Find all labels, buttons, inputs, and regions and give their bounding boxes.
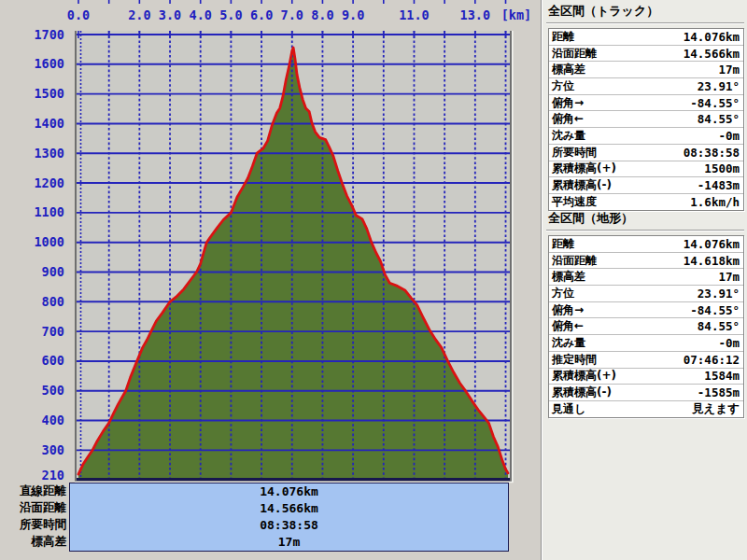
stat-value: 1584m [704,369,743,383]
svg-text:3.0: 3.0 [159,7,181,22]
stat-value: -84.55° [690,303,743,317]
stat-row: 推定時間07:46:12 [549,352,743,369]
track-section-title: 全区間（トラック） [546,2,744,21]
svg-text:7.0: 7.0 [281,7,303,22]
svg-text:9.0: 9.0 [342,7,364,22]
svg-text:1400: 1400 [34,116,64,131]
terrain-section-title: 全区間（地形） [546,209,744,229]
stat-value: 1500m [704,161,743,175]
label-elevation-diff: 標高差 [0,534,66,551]
stat-value: 07:46:12 [684,353,743,367]
stat-label: 沿面距離 [549,46,597,62]
stat-label: 沈み量 [549,128,585,144]
stat-label: 累積標高(+) [549,368,616,384]
stat-row: 方位23.91° [549,78,743,95]
stat-row: 沈み量-0m [549,128,743,145]
stat-label: 俯角→ [549,302,584,318]
svg-text:900: 900 [42,264,64,279]
summary-label-column: 直線距離 沿面距離 所要時間 標高差 [0,483,66,551]
label-straight-distance: 直線距離 [0,483,66,500]
svg-text:11.0: 11.0 [399,7,430,22]
stat-value: 17m [718,270,743,284]
svg-text:500: 500 [42,383,64,398]
svg-text:1600: 1600 [34,56,64,71]
stat-row: 標高差17m [549,62,743,78]
stat-row: 所要時間08:38:58 [549,145,743,161]
stat-row: 累積標高(-)-1483m [549,177,743,194]
stat-row: 方位23.91° [549,286,743,302]
stat-row: 累積標高(+)1500m [549,161,743,178]
svg-text:1700: 1700 [34,27,64,42]
track-stats-table: 距離14.076km沿面距離14.566km標高差17m方位23.91°俯角→-… [548,28,744,211]
stat-label: 累積標高(-) [549,385,612,400]
svg-text:1100: 1100 [34,204,64,219]
stat-value: -0m [718,129,743,143]
stat-label: 俯角→ [549,95,584,111]
stat-row: 俯角→-84.55° [549,302,743,319]
svg-text:13.0: 13.0 [460,7,491,22]
stat-row: 累積標高(-)-1585m [549,385,743,401]
svg-text:300: 300 [42,442,64,457]
stat-label: 累積標高(+) [549,161,616,176]
stat-label: 俯角← [549,111,584,127]
stat-label: 平均速度 [549,194,597,210]
stat-row: 平均速度1.6km/h [549,194,743,210]
svg-text:2.0: 2.0 [128,7,150,22]
stat-row: 累積標高(+)1584m [549,369,743,385]
surface-distance-value: 14.566km [70,501,508,518]
stat-label: 距離 [549,29,574,45]
svg-text:6.0: 6.0 [250,7,273,22]
stat-value: 14.618km [684,254,743,268]
stat-value: 14.076km [684,237,743,251]
stat-label: 累積標高(-) [549,177,612,193]
elevation-profile-chart[interactable]: 0.02.03.04.05.06.07.08.09.011.013.0[km]1… [0,0,541,560]
stat-row: 標高差17m [549,269,743,286]
svg-text:0.0: 0.0 [67,7,90,22]
svg-text:600: 600 [42,353,64,368]
elevation-diff-value: 17m [70,535,508,552]
track-stats-section: 全区間（トラック） 距離14.076km沿面距離14.566km標高差17m方位… [546,2,744,211]
stat-value: -1483m [698,178,743,192]
elapsed-time-value: 08:38:58 [70,518,508,535]
stat-value: 84.55° [698,112,743,126]
stat-label: 沿面距離 [549,253,597,269]
section-divider [546,230,744,231]
terrain-stats-table: 距離14.076km沿面距離14.618km標高差17m方位23.91°俯角→-… [548,235,744,418]
terrain-stats-section: 全区間（地形） 距離14.076km沿面距離14.618km標高差17m方位23… [546,209,744,418]
section-divider [546,22,744,24]
stat-row: 沿面距離14.566km [549,46,743,63]
svg-text:[km]: [km] [501,7,532,22]
summary-box: 14.076km 14.566km 08:38:58 17m [69,483,509,552]
stat-row: 距離14.076km [549,236,743,253]
elevation-profile-window: { "colors": { "window_bg": "#d2cfc9", "p… [0,0,747,560]
stat-row: 沿面距離14.618km [549,253,743,270]
stat-row: 俯角←84.55° [549,318,743,335]
stat-label: 標高差 [549,269,585,285]
svg-text:8.0: 8.0 [311,7,333,22]
stat-value: -0m [718,336,743,350]
stat-value: -84.55° [690,96,743,110]
label-surface-distance: 沿面距離 [0,500,66,517]
stat-label: 標高差 [549,62,585,77]
svg-text:1500: 1500 [34,86,64,101]
stat-value: 08:38:58 [684,146,743,160]
stat-row: 俯角→-84.55° [549,95,743,112]
svg-text:4.0: 4.0 [190,7,212,22]
stat-label: 見通し [549,401,585,417]
svg-text:1200: 1200 [34,175,64,190]
stat-row: 沈み量-0m [549,335,743,352]
svg-text:400: 400 [42,413,64,427]
stat-label: 方位 [549,78,574,94]
stat-value: 23.91° [698,79,743,93]
stat-label: 方位 [549,286,574,301]
label-elapsed-time: 所要時間 [0,517,66,534]
stat-value: 14.566km [684,47,743,61]
svg-text:1300: 1300 [34,146,64,161]
straight-distance-value: 14.076km [70,484,508,501]
stat-value: 見えます [692,401,743,417]
svg-text:1000: 1000 [34,234,64,249]
svg-text:210: 210 [42,468,64,483]
svg-text:5.0: 5.0 [219,7,242,22]
svg-text:800: 800 [42,294,64,309]
stat-value: -1585m [698,385,743,399]
